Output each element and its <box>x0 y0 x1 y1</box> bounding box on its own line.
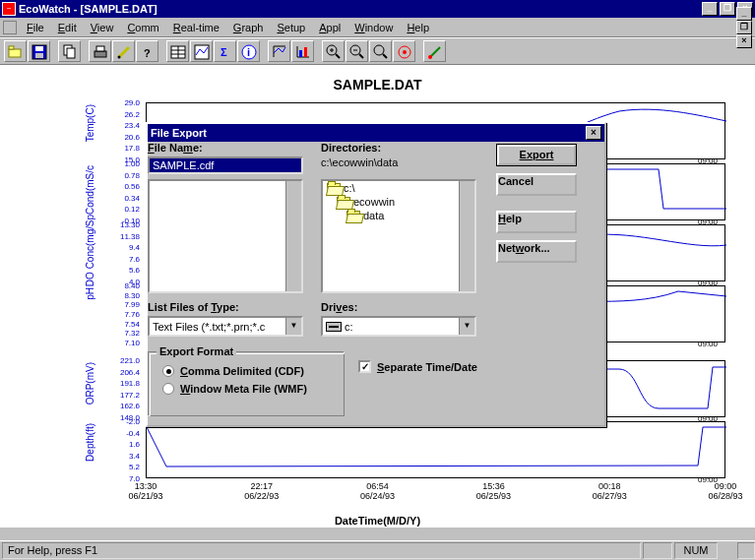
radio-wmf[interactable]: Window Meta File (WMF) <box>162 382 307 396</box>
mdi-close-button[interactable]: × <box>736 34 752 48</box>
x-tick: 06:5406/24/93 <box>348 481 408 501</box>
drives-combo[interactable]: c: ▼ <box>321 316 476 337</box>
svg-line-23 <box>336 54 340 58</box>
status-pane <box>737 542 755 559</box>
tool-chart-icon[interactable] <box>190 40 213 62</box>
export-button[interactable]: Export <box>496 144 577 166</box>
tool-open-icon[interactable] <box>4 40 27 62</box>
tool-zoomin-icon[interactable] <box>322 40 345 62</box>
mdi-restore-button[interactable]: ❐ <box>736 21 752 34</box>
dir-list-scrollbar[interactable] <box>459 181 474 291</box>
x-tick: 22:1706/22/93 <box>232 481 291 501</box>
tool-save-icon[interactable] <box>28 40 50 62</box>
export-format-group: Export Format Comma Delimited (CDF) Wind… <box>148 351 345 416</box>
file-listbox[interactable] <box>148 179 303 293</box>
dropdown-arrow-icon[interactable]: ▼ <box>459 318 474 335</box>
tool-annotate-icon[interactable] <box>423 40 446 62</box>
filetype-combo[interactable]: Text Files (*.txt;*.prn;*.c ▼ <box>148 316 303 337</box>
dir-item-root[interactable]: c:\ <box>323 181 474 195</box>
radio-on-icon <box>162 365 174 377</box>
y-tick: 26.2 <box>110 110 140 119</box>
filename-input[interactable]: SAMPLE.cdf <box>148 156 303 174</box>
y-tick: -0.4 <box>110 429 140 438</box>
directories-label: Directories: <box>321 142 381 154</box>
dropdown-arrow-icon[interactable]: ▼ <box>285 318 301 335</box>
menu-graph[interactable]: Graph <box>227 20 270 35</box>
folder-open-icon <box>327 183 341 194</box>
menu-setup[interactable]: Setup <box>271 20 311 35</box>
drives-value: c: <box>323 318 459 335</box>
dir-label: ecowwin <box>353 196 395 208</box>
menu-edit[interactable]: Edit <box>52 20 83 35</box>
tool-zoomout-icon[interactable] <box>346 40 368 62</box>
y-tick: 20.6 <box>110 133 140 142</box>
svg-point-10 <box>118 56 121 59</box>
svg-rect-6 <box>67 48 75 58</box>
dialog-titlebar[interactable]: File Export × <box>148 124 604 142</box>
menu-view[interactable]: View <box>85 20 120 35</box>
y-tick: 191.8 <box>110 379 140 388</box>
y-axis-label: ORP(mV) <box>85 362 95 404</box>
menu-comm[interactable]: Comm <box>121 20 164 35</box>
svg-text:Σ: Σ <box>220 46 227 58</box>
radio-off-icon <box>162 383 174 395</box>
tool-graph2-icon[interactable] <box>291 40 314 62</box>
y-tick: 13.30 <box>110 220 140 229</box>
menu-appl[interactable]: Appl <box>313 20 346 35</box>
svg-text:?: ? <box>144 47 151 59</box>
y-tick: 0.56 <box>110 182 140 191</box>
tool-copy-icon[interactable] <box>58 40 81 62</box>
tool-zoomfit-icon[interactable] <box>369 40 392 62</box>
help-button[interactable]: Help <box>496 211 577 233</box>
tool-stats-icon[interactable]: Σ <box>214 40 236 62</box>
y-tick: 1.00 <box>110 159 140 168</box>
tool-table-icon[interactable] <box>166 40 189 62</box>
y-tick: 29.0 <box>110 98 140 107</box>
radio-cdf[interactable]: Comma Delimited (CDF) <box>162 364 307 378</box>
dir-item-data[interactable]: data <box>323 209 474 222</box>
tool-info-icon[interactable]: i <box>237 40 260 62</box>
menu-help[interactable]: Help <box>401 20 435 35</box>
status-bar: For Help, press F1 NUM <box>0 540 755 560</box>
cancel-button[interactable]: Cancel <box>496 173 577 196</box>
minimize-button[interactable]: _ <box>702 2 718 16</box>
network-button[interactable]: Network... <box>496 240 577 263</box>
mdi-minimize-button[interactable]: _ <box>736 7 752 21</box>
tool-help-icon[interactable]: ? <box>136 40 158 62</box>
dialog-close-button[interactable]: × <box>586 126 601 140</box>
menu-window[interactable]: Window <box>348 20 399 35</box>
y-tick: 8.30 <box>110 291 140 300</box>
directory-listbox[interactable]: c:\ ecowwin data <box>321 179 476 293</box>
filetype-value: Text Files (*.txt;*.prn;*.c <box>150 318 285 335</box>
separate-time-date-checkbox[interactable]: ✓ Separate Time/Date <box>358 360 477 373</box>
svg-rect-3 <box>35 46 43 51</box>
folder-open-icon <box>346 211 360 221</box>
menu-file[interactable]: File <box>21 20 50 35</box>
status-help-pane: For Help, press F1 <box>2 542 641 559</box>
file-export-dialog: File Export × File Name: SAMPLE.cdf Dire… <box>146 122 606 427</box>
tool-print-icon[interactable] <box>89 40 111 62</box>
menu-realtime[interactable]: Real-time <box>167 20 225 35</box>
current-path: c:\ecowwin\data <box>321 156 398 168</box>
svg-line-33 <box>430 47 440 57</box>
svg-point-29 <box>374 45 384 55</box>
status-num-pane: NUM <box>674 542 718 559</box>
dir-item-ecowwin[interactable]: ecowwin <box>323 195 474 209</box>
app-titlebar: ~ EcoWatch - [SAMPLE.DAT] _ ❐ × <box>0 0 755 18</box>
x-tick: 00:1806/27/93 <box>580 481 639 501</box>
maximize-button[interactable]: ❐ <box>720 2 735 16</box>
tool-graph1-icon[interactable] <box>268 40 290 62</box>
tool-center-icon[interactable] <box>393 40 415 62</box>
y-tick: -2.0 <box>110 417 140 426</box>
svg-line-9 <box>119 47 129 57</box>
file-list-scrollbar[interactable] <box>285 181 301 291</box>
mdi-doc-icon[interactable] <box>3 21 17 34</box>
svg-rect-1 <box>9 46 14 49</box>
tool-edit-icon[interactable] <box>112 40 135 62</box>
y-axis-label: Temp(C) <box>85 104 95 142</box>
export-format-label: Export Format <box>157 345 236 357</box>
y-tick: 7.54 <box>110 320 140 329</box>
types-label: List Files of Type: <box>148 301 239 313</box>
toolbar: ? Σ i <box>0 37 755 65</box>
main-menu: File Edit View Comm Real-time Graph Setu… <box>21 20 435 35</box>
